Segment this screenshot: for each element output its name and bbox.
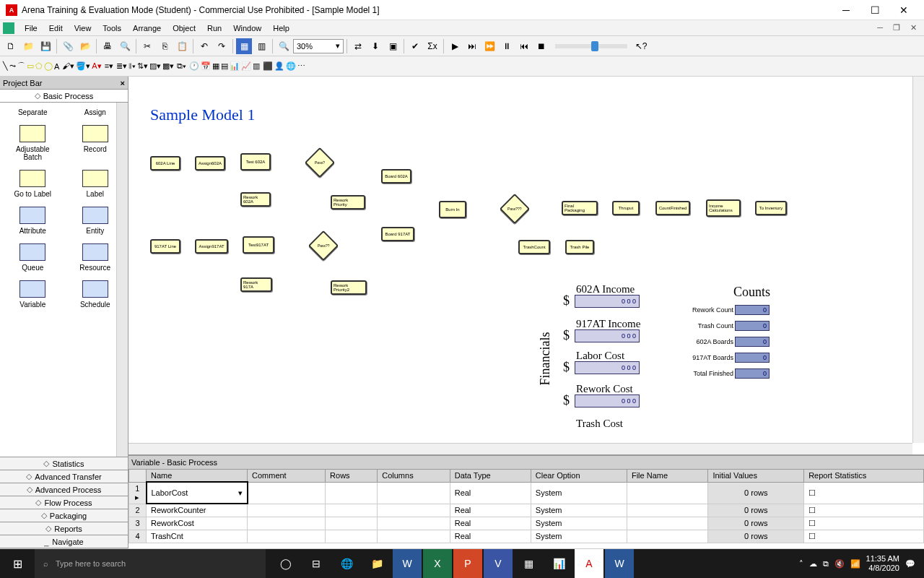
excel-icon[interactable]: X: [423, 549, 452, 578]
onedrive-icon[interactable]: ☁: [809, 559, 817, 569]
app-icon[interactable]: 📊: [544, 549, 573, 578]
pause-button[interactable]: ⏸: [499, 38, 515, 54]
undo-button[interactable]: ↶: [196, 38, 212, 54]
block-pass3[interactable]: Pass???: [500, 194, 530, 224]
block-board917at[interactable]: Board 917AT: [381, 227, 414, 241]
resource-tool[interactable]: 👤: [274, 61, 284, 71]
spreadsheet-table[interactable]: Name Comment Rows Columns Data Type Clea…: [128, 469, 924, 548]
polyline-tool[interactable]: ⤳: [9, 61, 16, 71]
block-test602a[interactable]: Test 602A: [240, 153, 271, 171]
text-tool[interactable]: A: [54, 62, 59, 71]
clock-tool[interactable]: 🕐: [189, 61, 199, 71]
pb-item-adjbatch[interactable]: Adjustable Batch: [3, 122, 63, 164]
block-917at-line[interactable]: 917AT Line: [150, 239, 180, 254]
plot-tool[interactable]: 📈: [241, 61, 251, 71]
cortana-icon[interactable]: ⊟: [302, 549, 331, 578]
block-rework917a[interactable]: Rework 917A: [240, 277, 272, 292]
pb-item-queue[interactable]: Queue: [3, 241, 63, 275]
menu-view[interactable]: View: [69, 22, 97, 34]
menu-help[interactable]: Help: [267, 22, 295, 34]
pattern1-tool[interactable]: ▨▾: [149, 61, 161, 71]
polygon-tool[interactable]: ⬠: [35, 61, 43, 71]
word-icon[interactable]: W: [393, 549, 422, 578]
block-assign602a[interactable]: Assign602A: [195, 156, 225, 171]
section-advtransfer[interactable]: Advanced Transfer: [0, 470, 128, 483]
play-button[interactable]: ▶: [447, 38, 463, 54]
line-tool[interactable]: ╲: [3, 61, 8, 71]
chart-tool[interactable]: ▥: [253, 61, 260, 71]
block-reworkprio2[interactable]: Rework Priority2: [331, 280, 367, 295]
pb-item-attribute[interactable]: Attribute: [3, 204, 63, 238]
speed-slider[interactable]: [555, 44, 627, 48]
flip-tool[interactable]: ⇅▾: [137, 61, 148, 71]
section-flowprocess[interactable]: Flow Process: [0, 496, 128, 509]
block-finalpkg[interactable]: Final Packaging: [562, 201, 598, 215]
col-clearopt[interactable]: Clear Option: [531, 470, 627, 483]
section-basic-process[interactable]: Basic Process: [0, 90, 128, 103]
minimize-button[interactable]: ─: [832, 0, 860, 20]
mdi-restore[interactable]: ❐: [889, 23, 905, 33]
pattern2-tool[interactable]: ▩▾: [162, 61, 174, 71]
mdi-close[interactable]: ✕: [906, 23, 921, 33]
visio-icon[interactable]: V: [484, 549, 513, 578]
col-columns[interactable]: Columns: [378, 470, 450, 483]
col-datatype[interactable]: Data Type: [450, 470, 531, 483]
app-icon[interactable]: ▦: [514, 549, 543, 578]
menu-object[interactable]: Object: [167, 22, 201, 34]
save-button[interactable]: 💾: [38, 38, 53, 54]
menu-edit[interactable]: Edit: [43, 22, 69, 34]
section-advprocess[interactable]: Advanced Process: [0, 483, 128, 496]
close-button[interactable]: ✕: [889, 0, 918, 20]
preview-button[interactable]: 🔍: [117, 38, 133, 54]
down-button[interactable]: ⬇: [367, 38, 383, 54]
canvas-scrollbar-v[interactable]: [912, 77, 924, 443]
col-reportstat[interactable]: Report Statistics: [804, 470, 924, 483]
block-reworkprio[interactable]: Rework Priority: [331, 195, 365, 210]
attach-button[interactable]: 📎: [60, 38, 76, 54]
dropbox-icon[interactable]: ⧉: [823, 559, 829, 569]
project-bar-close[interactable]: ×: [121, 79, 125, 87]
redo-button[interactable]: ↷: [214, 38, 230, 54]
pb-item-gotolabel[interactable]: Go to Label: [3, 167, 63, 201]
block-burnin[interactable]: Burn In: [439, 201, 466, 218]
table-row[interactable]: 3 ReworkCost Real System 0 rows ☐: [129, 517, 924, 530]
canvas-scrollbar-h[interactable]: [128, 443, 912, 454]
section-navigate[interactable]: Navigate: [0, 535, 128, 548]
split-button[interactable]: ▥: [253, 38, 269, 54]
pb-item-separate[interactable]: Separate: [3, 105, 63, 119]
step-button[interactable]: ⏭: [464, 38, 480, 54]
block-toinv[interactable]: To Inventory: [755, 201, 787, 215]
table-row[interactable]: 2 ReworkCounter Real System 0 rows ☐: [129, 504, 924, 517]
paste-button[interactable]: 📋: [174, 38, 190, 54]
pb-item-variable[interactable]: Variable: [3, 277, 63, 311]
zoom-icon[interactable]: 🔍: [276, 38, 292, 54]
block-pass1[interactable]: Pass?: [305, 147, 335, 178]
block-602a-line[interactable]: 602A Line: [150, 156, 180, 171]
start-button[interactable]: ⊞: [0, 549, 35, 578]
col-rows[interactable]: Rows: [326, 470, 378, 483]
block-income[interactable]: Income Calculations: [706, 199, 741, 217]
stop-button[interactable]: ⏹: [533, 38, 549, 54]
line-width-tool[interactable]: ≡▾: [105, 61, 113, 71]
block-pass2[interactable]: Pass??: [308, 230, 339, 261]
col-filename[interactable]: File Name: [627, 470, 707, 483]
project-bar-scrollbar[interactable]: [116, 103, 128, 457]
copy-button[interactable]: ⎘: [157, 38, 173, 54]
print-button[interactable]: 🖶: [100, 38, 116, 54]
submodel-button[interactable]: ▣: [385, 38, 401, 54]
block-countfinished[interactable]: CountFinished: [655, 201, 690, 215]
context-help-button[interactable]: ↖?: [633, 38, 649, 54]
new-button[interactable]: 🗋: [3, 38, 19, 54]
menu-window[interactable]: Window: [227, 22, 267, 34]
menu-arrange[interactable]: Arrange: [127, 22, 167, 34]
block-thruput[interactable]: Thruput: [612, 201, 640, 215]
distribute-tool[interactable]: ⫴▾: [128, 61, 136, 71]
check-button[interactable]: ✔: [407, 38, 423, 54]
date-tool[interactable]: 📅: [201, 61, 211, 71]
open-button[interactable]: 📁: [20, 38, 36, 54]
col-comment[interactable]: Comment: [248, 470, 326, 483]
fill-tool[interactable]: 🪣▾: [76, 61, 90, 71]
block-trashpile[interactable]: Trash Pile: [565, 240, 594, 254]
bar-tool[interactable]: ⬛: [263, 61, 273, 71]
section-reports[interactable]: Reports: [0, 522, 128, 535]
